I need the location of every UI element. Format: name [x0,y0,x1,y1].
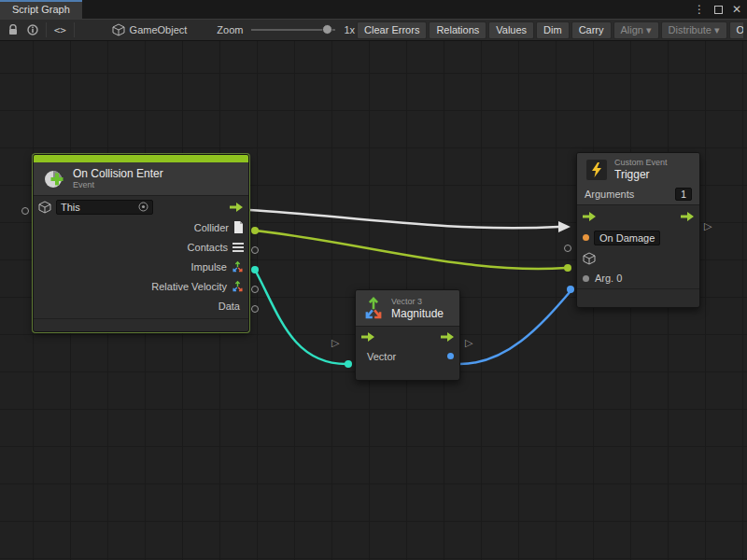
distribute-dropdown[interactable]: Distribute ▾ [661,21,727,39]
lock-icon [8,24,18,35]
maximize-icon[interactable] [714,6,723,14]
node-footer [577,288,699,298]
event-accent-bar [34,155,248,162]
toolbar-separator [74,22,75,37]
tab-script-graph[interactable]: Script Graph [0,0,82,19]
event-name-port-icon[interactable] [583,234,589,241]
event-icon [43,168,65,190]
list-icon [233,243,244,252]
vector3-icon [232,260,244,273]
target-dropdown[interactable]: This [56,200,153,215]
input-label-vector: Vector [367,351,396,362]
tab-bar: Script Graph ⋮ ✕ [0,0,747,19]
toolbar-separator [46,22,47,37]
chevron-down-icon: ▾ [646,24,652,36]
unity-script-graph-window: Script Graph ⋮ ✕ <> [0,0,747,560]
chevron-down-icon: ▾ [714,24,720,36]
node-category: Vector 3 [391,297,444,307]
dim-toggle[interactable]: Dim [536,21,570,39]
lock-button[interactable] [4,21,23,38]
graph-toolbar: <> GameObject Zoom 1x Clear Errors Relat… [0,19,747,41]
port-label-impulse: Impulse [190,261,227,273]
port-label-collider: Collider [194,222,229,233]
port-label-contacts: Contacts [188,242,228,253]
node-title: Trigger [614,168,668,181]
zoom-slider[interactable] [251,21,335,38]
port-vector-input[interactable] [345,360,352,368]
overview-button[interactable]: Overv [729,21,743,39]
port-impulse-output[interactable] [251,266,259,273]
port-label-relative-velocity: Relative Velocity [151,281,227,292]
flow-in-port-icon[interactable] [360,331,375,343]
gameobject-cube-icon [38,201,51,214]
arg0-port-icon[interactable] [583,275,589,282]
flow-out-port-icon[interactable] [680,211,695,222]
arguments-count-input[interactable]: 1 [675,188,692,201]
menu-icon[interactable]: ⋮ [694,3,705,16]
unconnected-flow-out-icon[interactable]: ▷ [465,338,472,348]
zoom-value: 1x [344,24,355,35]
port-this-input[interactable] [21,207,29,215]
inspect-button[interactable] [23,21,43,38]
target-cube-icon[interactable] [583,252,596,265]
zoom-group: Zoom 1x [217,21,355,38]
close-icon[interactable]: ✕ [732,3,741,16]
port-relative-velocity-output[interactable] [251,286,259,293]
port-data-output[interactable] [251,305,259,313]
target-value: This [61,202,134,213]
node-trigger-custom-event[interactable]: Custom Event Trigger Arguments 1 On Dama… [576,152,700,308]
arguments-label: Arguments [585,189,634,200]
unconnected-flow-in-icon[interactable]: ▷ [331,338,339,348]
info-icon [27,24,38,35]
port-collider-output[interactable] [251,227,259,234]
event-name-input[interactable]: On Damage [594,231,660,245]
graph-target-label: GameObject [130,24,188,35]
port-contacts-output[interactable] [251,246,259,254]
lightning-icon [586,160,607,180]
graph-target-group: GameObject [112,23,188,36]
gameobject-cube-icon [112,23,125,36]
unconnected-flow-out-icon[interactable]: ▷ [704,221,712,231]
values-toggle[interactable]: Values [488,21,534,39]
distribute-label: Distribute [669,24,712,35]
node-subtitle: Event [73,180,163,190]
code-icon: <> [54,24,66,36]
object-picker-icon[interactable] [138,202,148,212]
carry-toggle[interactable]: Carry [571,21,612,39]
vector3-icon [232,280,244,292]
align-label: Align [621,24,643,35]
port-label-data: Data [218,301,240,312]
zoom-slider-thumb[interactable] [322,24,332,35]
result-out-port-icon[interactable] [447,353,454,359]
node-title: Magnitude [391,307,444,320]
flow-out-port-icon[interactable] [229,202,244,213]
clear-errors-button[interactable]: Clear Errors [357,21,427,39]
node-footer [34,318,248,328]
node-category: Custom Event [614,158,668,168]
node-title: On Collision Enter [73,167,163,180]
flow-in-port-icon[interactable] [582,211,597,222]
port-target-input[interactable] [564,264,571,272]
port-event-name-input[interactable] [564,245,571,252]
relations-toggle[interactable]: Relations [429,21,486,39]
document-icon [233,221,244,233]
node-on-collision-enter[interactable]: On Collision Enter Event This Collider [33,154,249,332]
zoom-label: Zoom [217,24,243,35]
align-dropdown[interactable]: Align ▾ [613,21,659,39]
flow-out-port-icon[interactable] [440,331,455,343]
edit-source-button[interactable]: <> [50,21,70,38]
arg0-label: Arg. 0 [595,273,622,284]
vector3-icon [363,296,384,320]
node-vector3-magnitude[interactable]: Vector 3 Magnitude Vector [355,289,460,381]
port-arg0-input[interactable] [567,286,574,293]
